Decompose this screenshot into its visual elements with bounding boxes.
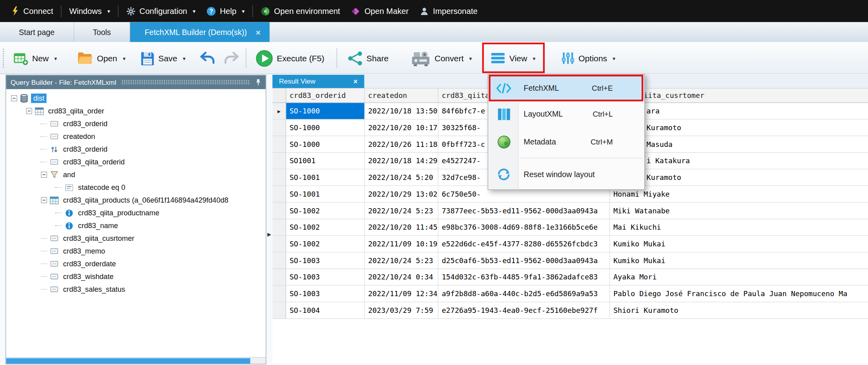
row-selector[interactable] (272, 236, 286, 253)
row-selector[interactable] (272, 286, 286, 303)
grid-cell-crd83-orderid[interactable]: SO-1000 (286, 136, 365, 153)
collapse-box[interactable] (10, 95, 18, 101)
tree-node-crd83-qiita-order[interactable]: crd83_qiita_order (6, 105, 265, 117)
grid-cell-createdon[interactable]: 2022/10/26 11:18 (365, 136, 439, 153)
grid-cell-createdon[interactable]: 2022/10/20 11:45 (365, 219, 439, 236)
tree-node-dist[interactable]: dist (6, 92, 265, 105)
toolbar-button-undo[interactable] (195, 47, 220, 70)
tab-result-view[interactable]: Result View × (272, 75, 364, 88)
grid-cell-crd83-qiita-cusrtomer[interactable]: Pablo Diego José Francisco de Paula Juan… (610, 286, 868, 303)
column-header-createdon[interactable]: createdon (365, 89, 439, 103)
grid-cell-crd83-orderid[interactable]: SO-1003 (286, 286, 365, 303)
tab-tools[interactable]: Tools (74, 22, 130, 42)
tree-node-and[interactable]: and (6, 168, 265, 181)
toolbar-button-share[interactable]: Share (343, 47, 393, 70)
grid-cell-crd83-orderid[interactable]: SO-1004 (286, 302, 365, 319)
tree-node-crd83-orderdate[interactable]: crd83_orderdate (6, 258, 265, 270)
tree-node-crd83-sales-status[interactable]: crd83_sales_status (6, 283, 265, 296)
tab-start-page[interactable]: Start page (0, 22, 74, 42)
grid-cell-crd83-orderid[interactable]: SO-1002 (286, 219, 365, 236)
menubar-item-impersonate[interactable]: Impersonate (414, 0, 483, 22)
grid-cell-crd83-qiita-orderid[interactable]: e2726a95-1943-4ea0-9ecf-25160ebe927f (439, 302, 610, 319)
grid-cell-crd83-qiita-orderid[interactable]: 73877eec-5b53-ed11-9562-000d3aa0943a (439, 203, 610, 219)
grid-cell-createdon[interactable]: 2022/10/29 13:02 (365, 186, 439, 203)
grid-cell-crd83-qiita-cusrtomer[interactable]: Kumiko Mukai (610, 252, 868, 269)
tree-node-crd83-memo[interactable]: crd83_memo (6, 245, 265, 258)
grid-cell-crd83-qiita-cusrtomer[interactable]: Kuramoto (610, 170, 868, 186)
grid-cell-createdon[interactable]: 2022/10/20 10:17 (365, 119, 439, 136)
grid-cell-crd83-qiita-orderid[interactable]: 154d032c-63fb-4485-9fa1-3862adafce83 (439, 269, 610, 286)
toolbar-button-redo[interactable] (219, 47, 244, 70)
row-selector[interactable] (272, 170, 286, 186)
grid-cell-createdon[interactable]: 2022/10/24 5:20 (365, 170, 439, 186)
menubar-item-open-environment[interactable]: Open environment (255, 0, 345, 22)
tree-node-crd83-orderid[interactable]: crd83_orderid (6, 143, 265, 156)
collapse-box[interactable] (24, 108, 33, 114)
row-selector[interactable] (272, 219, 286, 236)
menubar-item-open-maker[interactable]: Open Maker (345, 0, 414, 22)
row-selector[interactable] (272, 186, 286, 203)
collapse-icon[interactable] (41, 197, 47, 203)
grid-cell-crd83-qiita-cusrtomer[interactable]: Miki Watanabe (610, 203, 868, 219)
tree-node-crd83-qiita-productname[interactable]: crd83_qiita_productname (6, 207, 265, 219)
toolbar-button-execute-f5[interactable]: Execute (F5) (251, 47, 329, 70)
grid-cell-createdon[interactable]: 2022/10/18 14:29 (365, 153, 439, 170)
collapse-icon[interactable] (41, 172, 47, 178)
row-selector[interactable] (272, 153, 286, 170)
grid-cell-createdon[interactable]: 2023/03/29 7:59 (365, 302, 439, 319)
menubar-item-connect[interactable]: Connect (6, 0, 59, 22)
grid-cell-createdon[interactable]: 2022/10/18 13:50 (365, 103, 439, 120)
grid-cell-crd83-orderid[interactable]: SO-1000 (286, 103, 365, 120)
grid-cell-crd83-qiita-cusrtomer[interactable]: Mai Kikuchi (610, 219, 868, 236)
grid-cell-crd83-qiita-orderid[interactable]: d25c0af6-5b53-ed11-9562-000d3aa0943a (439, 252, 610, 269)
grid-cell-crd83-orderid[interactable]: SO-1003 (286, 269, 365, 286)
grid-cell-crd83-qiita-cusrtomer[interactable]: Shiori Kuramoto (610, 302, 868, 319)
grid-cell-createdon[interactable]: 2022/11/09 12:34 (365, 286, 439, 303)
collapse-icon[interactable] (11, 95, 17, 101)
menubar-item-windows[interactable]: Windows▾ (64, 0, 116, 22)
grid-cell-crd83-orderid[interactable]: SO-1001 (286, 170, 365, 186)
grid-cell-crd83-orderid[interactable]: SO1001 (286, 153, 365, 170)
collapse-icon[interactable] (26, 108, 32, 114)
tree-node-statecode-eq-0[interactable]: statecode eq 0 (6, 181, 265, 194)
tree-node-crd83-name[interactable]: crd83_name (6, 219, 265, 232)
grid-cell-createdon[interactable]: 2022/10/24 5:23 (365, 252, 439, 269)
row-selector[interactable] (272, 269, 286, 286)
grid-cell-crd83-orderid[interactable]: SO-1002 (286, 203, 365, 219)
grid-cell-crd83-qiita-cusrtomer[interactable]: Kuramoto (610, 119, 868, 136)
grid-cell-createdon[interactable]: 2022/10/24 5:23 (365, 203, 439, 219)
grid-cell-createdon[interactable]: 2022/10/24 0:34 (365, 269, 439, 286)
grid-cell-crd83-qiita-cusrtomer[interactable]: Honami Miyake (610, 186, 868, 203)
current-row-indicator[interactable]: ▶ (272, 103, 286, 120)
tree-node-crd83-qiita-cusrtomer[interactable]: crd83_qiita_cusrtomer (6, 232, 265, 245)
row-selector[interactable] (272, 302, 286, 319)
close-icon[interactable]: × (256, 28, 261, 36)
grid-cell-crd83-qiita-orderid[interactable]: e98bc376-3008-4d69-88f8-1e3166b5ce6e (439, 219, 610, 236)
grid-cell-crd83-orderid[interactable]: SO-1000 (286, 119, 365, 136)
toolbar-button-new[interactable]: New▾ (9, 47, 61, 70)
menu-item-fetchxml[interactable]: FetchXMLCtrl+E (488, 76, 644, 100)
row-selector[interactable] (272, 252, 286, 269)
toolbar-button-options[interactable]: Options▾ (557, 47, 620, 70)
tree-node-crd83-qiita-orderid[interactable]: crd83_qiita_orderid (6, 156, 265, 168)
toolbar-button-open[interactable]: Open▾ (73, 47, 130, 70)
toolbar-button-convert[interactable]: Convert▾ (406, 47, 476, 70)
close-icon[interactable]: × (353, 77, 358, 86)
toolbar-button-save[interactable]: Save▾ (136, 47, 190, 70)
scrollbar-thumb[interactable] (6, 358, 250, 364)
row-selector[interactable] (272, 203, 286, 219)
grid-cell-crd83-qiita-orderid[interactable]: a9f2b8d8-a60a-440c-b2d5-e6d5869a9a53 (439, 286, 610, 303)
tab-fetchxml-builder-demo-sk[interactable]: FetchXML Builder (Demo(sk))× (130, 22, 269, 42)
grid-cell-crd83-orderid[interactable]: SO-1003 (286, 252, 365, 269)
column-header-crd83-orderid[interactable]: crd83_orderid (286, 89, 365, 103)
grid-cell-crd83-qiita-orderid[interactable]: e522d6dc-e45f-4377-8280-d65526fcbdc3 (439, 236, 610, 253)
tree-node-crd83-orderid[interactable]: crd83_orderid (6, 117, 265, 130)
grid-cell-crd83-qiita-cusrtomer[interactable]: ara (610, 103, 868, 120)
row-selector[interactable] (272, 136, 286, 153)
grid-cell-crd83-qiita-cusrtomer[interactable]: Ayaka Mori (610, 269, 868, 286)
collapse-box[interactable] (39, 197, 48, 203)
tree-node-createdon[interactable]: createdon (6, 130, 265, 143)
grid-cell-crd83-qiita-cusrtomer[interactable]: Masuda (610, 136, 868, 153)
menu-item-reset-window-layout[interactable]: Reset window layout (488, 160, 644, 188)
splitter-collapse-icon[interactable]: ▶ (267, 231, 271, 237)
